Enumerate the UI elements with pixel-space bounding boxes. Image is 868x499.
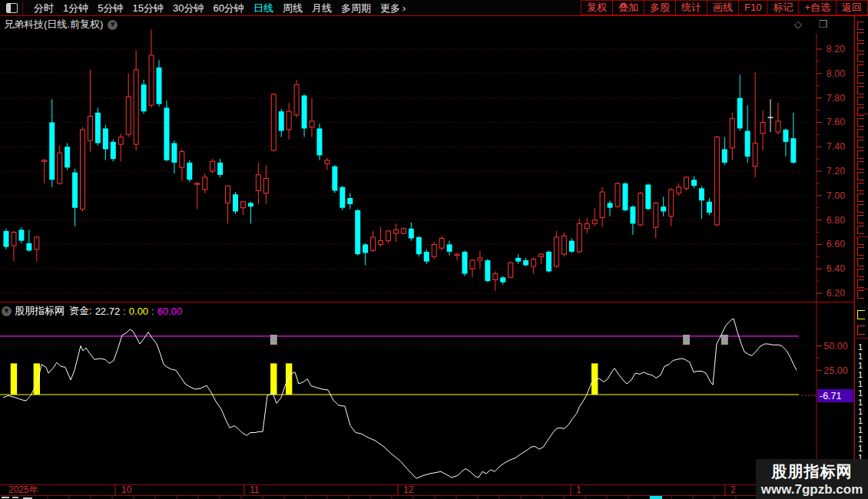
action-button-F10[interactable]: F10 (738, 0, 767, 15)
period-tab-5分钟[interactable]: 5分钟 (98, 2, 123, 14)
top-toolbar: 分时1分钟5分钟15分钟30分钟60分钟日线周线月线多周期更多› 复权叠加多股统… (0, 0, 868, 16)
sidebar-divider (855, 236, 868, 237)
clipped-glyph-fragment (857, 279, 864, 288)
toolbar-separator (22, 2, 23, 14)
svg-text:8.20: 8.20 (827, 44, 845, 55)
chevron-down-icon[interactable]: ▼ (2, 306, 12, 316)
svg-text:6.40: 6.40 (827, 263, 845, 274)
chart-title: 兄弟科技(日线.前复权) (4, 18, 103, 31)
svg-text:6.80: 6.80 (827, 215, 845, 226)
svg-text:25.00: 25.00 (823, 365, 847, 376)
sidebar-price-digit: 1 (858, 379, 863, 388)
sidebar-tab-fragment (857, 326, 865, 335)
clipped-glyph-fragment (857, 32, 864, 41)
indicator-value: 22.72 (95, 306, 121, 317)
sidebar-price-digit: 1 (858, 416, 863, 425)
action-buttons: 复权叠加多股统计画线F10标记+自选返回 (581, 0, 868, 15)
indicator-param-1: 0.00 (129, 306, 148, 317)
clipped-glyph-fragment (857, 150, 864, 159)
watermark-title: 股朋指标网 (756, 461, 868, 482)
indicator-name[interactable]: 资金: (69, 304, 92, 318)
sidebar-price-digit: 1 (858, 388, 863, 398)
action-button-标记[interactable]: 标记 (767, 0, 799, 15)
svg-text:10: 10 (121, 484, 132, 495)
action-button-+自选[interactable]: +自选 (798, 0, 837, 15)
clipped-glyph-fragment (857, 226, 864, 234)
svg-text:-6.71: -6.71 (820, 391, 842, 402)
sidebar-price-digit: 1 (858, 352, 863, 361)
period-tab-15分钟[interactable]: 15分钟 (132, 2, 163, 14)
separator: : (123, 306, 126, 317)
chevron-down-icon[interactable]: ▼ (108, 20, 118, 30)
more-chevron-icon: › (403, 3, 406, 14)
sidebar-price-digit: 1 (858, 435, 863, 444)
watermark-url: www.7gpzb.com (756, 482, 868, 497)
sidebar-divider (855, 289, 868, 289)
clipped-glyph-fragment (857, 215, 864, 223)
period-tab-周线[interactable]: 周线 (283, 2, 303, 14)
svg-text:7.80: 7.80 (827, 93, 845, 104)
sidebar-price-digit: 1 (858, 370, 863, 379)
sidebar-tab-fragment-active (857, 310, 865, 319)
clipped-glyph-fragment (857, 21, 864, 30)
action-button-返回[interactable]: 返回 (836, 0, 868, 15)
clipped-glyph-fragment (857, 107, 864, 116)
sidebar-price-digit: 1 (858, 425, 863, 435)
clipped-glyph-fragment (857, 290, 864, 299)
app-window: { "window": { "chart_title": "兄弟科技(日线.前复… (0, 0, 868, 499)
clipped-glyph-fragment (857, 75, 864, 84)
separator: : (151, 306, 154, 317)
right-sidebar-clipped[interactable]: 1111111111111111111 (854, 15, 868, 499)
clipped-glyph-fragment (857, 172, 864, 180)
period-tab-分时[interactable]: 分时 (34, 2, 54, 14)
svg-text:6.60: 6.60 (827, 239, 845, 250)
sidebar-divider (855, 338, 868, 339)
svg-text:2: 2 (731, 484, 736, 495)
action-button-叠加[interactable]: 叠加 (612, 0, 644, 15)
clipped-glyph-fragment (857, 129, 864, 137)
clipped-glyph-fragment (857, 183, 864, 191)
period-tab-60分钟[interactable]: 60分钟 (213, 2, 244, 14)
sidebar-price-digit: 1 (858, 398, 863, 407)
action-button-多股[interactable]: 多股 (644, 0, 676, 15)
clipped-glyph-fragment (857, 86, 864, 94)
svg-text:6.20: 6.20 (827, 288, 845, 299)
svg-text:50.00: 50.00 (823, 341, 847, 352)
period-tab-日线[interactable]: 日线 (253, 2, 273, 14)
date-axis: 2025年10111212 (2, 484, 779, 499)
sidebar-price-digit: 1 (858, 361, 863, 370)
clipped-glyph-fragment (857, 247, 864, 256)
period-tab-月线[interactable]: 月线 (312, 2, 332, 14)
period-tab-更多[interactable]: 更多 (380, 2, 400, 14)
clipped-glyph-fragment (857, 193, 864, 202)
watermark: 股朋指标网 www.7gpzb.com (756, 459, 868, 499)
action-button-画线[interactable]: 画线 (707, 0, 739, 15)
svg-text:2025年: 2025年 (8, 484, 38, 495)
indicator-header: ▼ 股朋指标网 资金: 22.72 : 0.00 : 60.00 (0, 304, 182, 318)
title-bar: 兄弟科技(日线.前复权) ▼ ◇ ❒ (0, 16, 853, 33)
action-button-统计[interactable]: 统计 (675, 0, 707, 15)
svg-text:1: 1 (576, 484, 581, 495)
svg-text:8.00: 8.00 (827, 68, 845, 79)
svg-text:11: 11 (250, 484, 260, 495)
svg-text:7.20: 7.20 (827, 166, 845, 177)
period-tab-30分钟[interactable]: 30分钟 (173, 2, 204, 14)
title-bar-icons[interactable]: ◇ ❒ (794, 18, 834, 30)
main-chart-region[interactable] (0, 34, 817, 301)
window-layout-icon[interactable] (6, 3, 18, 13)
period-tab-1分钟[interactable]: 1分钟 (63, 2, 88, 14)
sidebar-divider (855, 114, 868, 114)
clipped-glyph-fragment (857, 269, 864, 277)
clipped-glyph-fragment (857, 64, 864, 73)
clipped-glyph-fragment (857, 236, 864, 245)
period-tab-多周期[interactable]: 多周期 (341, 2, 371, 14)
indicator-source: 股朋指标网 (15, 304, 65, 318)
sidebar-price-digit: 1 (858, 444, 863, 453)
period-tabs: 分时1分钟5分钟15分钟30分钟60分钟日线周线月线多周期更多› (29, 1, 406, 15)
indicator-chart-region[interactable] (0, 320, 817, 484)
sidebar-price-digit: 1 (858, 407, 863, 416)
clipped-glyph-fragment (857, 43, 864, 51)
svg-text:7.00: 7.00 (827, 190, 845, 201)
svg-text:7.40: 7.40 (827, 141, 845, 152)
action-button-复权[interactable]: 复权 (581, 0, 613, 15)
